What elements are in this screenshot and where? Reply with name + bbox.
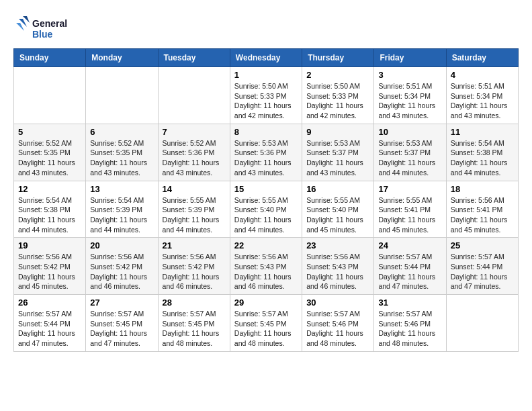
calendar-week-row: 12Sunrise: 5:54 AMSunset: 5:38 PMDayligh… (14, 181, 519, 238)
calendar-cell: 13Sunrise: 5:54 AMSunset: 5:39 PMDayligh… (86, 181, 158, 238)
calendar-cell: 7Sunrise: 5:52 AMSunset: 5:36 PMDaylight… (158, 124, 230, 181)
day-number: 29 (234, 298, 298, 308)
day-info: Sunrise: 5:50 AMSunset: 5:33 PMDaylight:… (306, 81, 369, 121)
calendar-cell: 3Sunrise: 5:51 AMSunset: 5:34 PMDaylight… (374, 67, 446, 124)
calendar-cell: 22Sunrise: 5:56 AMSunset: 5:43 PMDayligh… (230, 238, 302, 295)
day-info: Sunrise: 5:51 AMSunset: 5:34 PMDaylight:… (378, 81, 441, 121)
weekday-header-row: SundayMondayTuesdayWednesdayThursdayFrid… (14, 49, 519, 67)
day-number: 26 (18, 298, 81, 308)
day-number: 18 (451, 184, 514, 194)
day-info: Sunrise: 5:57 AMSunset: 5:44 PMDaylight:… (18, 309, 81, 349)
calendar-cell: 28Sunrise: 5:57 AMSunset: 5:45 PMDayligh… (158, 295, 230, 352)
calendar-cell: 10Sunrise: 5:53 AMSunset: 5:37 PMDayligh… (374, 124, 446, 181)
calendar-cell: 1Sunrise: 5:50 AMSunset: 5:33 PMDaylight… (230, 67, 302, 124)
calendar-cell: 12Sunrise: 5:54 AMSunset: 5:38 PMDayligh… (14, 181, 86, 238)
weekday-header: Tuesday (158, 49, 230, 67)
calendar-cell: 16Sunrise: 5:55 AMSunset: 5:40 PMDayligh… (302, 181, 374, 238)
day-info: Sunrise: 5:55 AMSunset: 5:39 PMDaylight:… (163, 195, 226, 235)
svg-text:General: General (32, 18, 67, 29)
svg-marker-4 (16, 23, 24, 31)
day-info: Sunrise: 5:52 AMSunset: 5:36 PMDaylight:… (163, 138, 226, 178)
day-info: Sunrise: 5:56 AMSunset: 5:42 PMDaylight:… (18, 252, 81, 291)
day-info: Sunrise: 5:57 AMSunset: 5:45 PMDaylight:… (90, 309, 153, 349)
day-number: 20 (90, 240, 153, 250)
day-number: 16 (306, 184, 369, 194)
calendar-cell: 30Sunrise: 5:57 AMSunset: 5:46 PMDayligh… (302, 295, 374, 352)
weekday-header: Wednesday (230, 49, 302, 67)
calendar-cell: 24Sunrise: 5:57 AMSunset: 5:44 PMDayligh… (374, 238, 446, 295)
calendar-week-row: 5Sunrise: 5:52 AMSunset: 5:35 PMDaylight… (14, 124, 519, 181)
day-info: Sunrise: 5:57 AMSunset: 5:44 PMDaylight:… (378, 252, 441, 291)
page-header: General Blue (13, 13, 519, 42)
day-info: Sunrise: 5:53 AMSunset: 5:37 PMDaylight:… (306, 138, 369, 178)
calendar-cell: 14Sunrise: 5:55 AMSunset: 5:39 PMDayligh… (158, 181, 230, 238)
calendar-cell: 5Sunrise: 5:52 AMSunset: 5:35 PMDaylight… (14, 124, 86, 181)
day-number: 30 (306, 298, 369, 308)
day-number: 10 (378, 127, 441, 137)
day-info: Sunrise: 5:56 AMSunset: 5:43 PMDaylight:… (234, 252, 298, 291)
day-info: Sunrise: 5:57 AMSunset: 5:45 PMDaylight:… (163, 309, 226, 349)
calendar-cell: 29Sunrise: 5:57 AMSunset: 5:45 PMDayligh… (230, 295, 302, 352)
weekday-header: Friday (374, 49, 446, 67)
weekday-header: Monday (86, 49, 158, 67)
calendar-cell (158, 67, 230, 124)
day-number: 5 (18, 127, 81, 137)
weekday-header: Thursday (302, 49, 374, 67)
day-number: 21 (163, 240, 226, 250)
calendar-table: SundayMondayTuesdayWednesdayThursdayFrid… (13, 48, 519, 352)
day-info: Sunrise: 5:52 AMSunset: 5:35 PMDaylight:… (90, 138, 153, 178)
day-number: 6 (90, 127, 153, 137)
calendar-cell: 17Sunrise: 5:55 AMSunset: 5:41 PMDayligh… (374, 181, 446, 238)
day-number: 4 (451, 70, 514, 80)
calendar-cell: 25Sunrise: 5:57 AMSunset: 5:44 PMDayligh… (446, 238, 518, 295)
day-info: Sunrise: 5:55 AMSunset: 5:40 PMDaylight:… (234, 195, 298, 235)
day-number: 31 (378, 298, 441, 308)
day-info: Sunrise: 5:56 AMSunset: 5:42 PMDaylight:… (90, 252, 153, 291)
day-info: Sunrise: 5:56 AMSunset: 5:42 PMDaylight:… (163, 252, 226, 291)
day-info: Sunrise: 5:53 AMSunset: 5:36 PMDaylight:… (234, 138, 298, 178)
calendar-cell: 15Sunrise: 5:55 AMSunset: 5:40 PMDayligh… (230, 181, 302, 238)
weekday-header: Saturday (446, 49, 518, 67)
day-info: Sunrise: 5:54 AMSunset: 5:39 PMDaylight:… (90, 195, 153, 235)
day-number: 7 (163, 127, 226, 137)
calendar-cell: 8Sunrise: 5:53 AMSunset: 5:36 PMDaylight… (230, 124, 302, 181)
calendar-cell (86, 67, 158, 124)
day-info: Sunrise: 5:50 AMSunset: 5:33 PMDaylight:… (234, 81, 298, 121)
calendar-week-row: 19Sunrise: 5:56 AMSunset: 5:42 PMDayligh… (14, 238, 519, 295)
day-number: 9 (306, 127, 369, 137)
day-number: 1 (234, 70, 298, 80)
day-info: Sunrise: 5:57 AMSunset: 5:44 PMDaylight:… (451, 252, 514, 291)
calendar-cell: 31Sunrise: 5:57 AMSunset: 5:46 PMDayligh… (374, 295, 446, 352)
day-number: 22 (234, 240, 298, 250)
day-info: Sunrise: 5:51 AMSunset: 5:34 PMDaylight:… (451, 81, 514, 121)
day-info: Sunrise: 5:55 AMSunset: 5:41 PMDaylight:… (378, 195, 441, 235)
day-number: 12 (18, 184, 81, 194)
calendar-cell: 4Sunrise: 5:51 AMSunset: 5:34 PMDaylight… (446, 67, 518, 124)
day-info: Sunrise: 5:57 AMSunset: 5:45 PMDaylight:… (234, 309, 298, 349)
day-number: 17 (378, 184, 441, 194)
calendar-cell: 23Sunrise: 5:56 AMSunset: 5:43 PMDayligh… (302, 238, 374, 295)
calendar-cell: 18Sunrise: 5:56 AMSunset: 5:41 PMDayligh… (446, 181, 518, 238)
day-number: 24 (378, 240, 441, 250)
day-number: 3 (378, 70, 441, 80)
day-number: 27 (90, 298, 153, 308)
calendar-cell (446, 295, 518, 352)
day-number: 28 (163, 298, 226, 308)
logo-svg: General Blue (13, 13, 74, 42)
day-number: 2 (306, 70, 369, 80)
day-number: 8 (234, 127, 298, 137)
logo: General Blue (13, 13, 74, 42)
calendar-cell: 20Sunrise: 5:56 AMSunset: 5:42 PMDayligh… (86, 238, 158, 295)
day-info: Sunrise: 5:57 AMSunset: 5:46 PMDaylight:… (378, 309, 441, 349)
calendar-cell: 6Sunrise: 5:52 AMSunset: 5:35 PMDaylight… (86, 124, 158, 181)
calendar-cell: 19Sunrise: 5:56 AMSunset: 5:42 PMDayligh… (14, 238, 86, 295)
day-info: Sunrise: 5:52 AMSunset: 5:35 PMDaylight:… (18, 138, 81, 178)
calendar-cell (14, 67, 86, 124)
calendar-cell: 2Sunrise: 5:50 AMSunset: 5:33 PMDaylight… (302, 67, 374, 124)
weekday-header: Sunday (14, 49, 86, 67)
day-info: Sunrise: 5:56 AMSunset: 5:41 PMDaylight:… (451, 195, 514, 235)
day-info: Sunrise: 5:54 AMSunset: 5:38 PMDaylight:… (451, 138, 514, 178)
day-info: Sunrise: 5:57 AMSunset: 5:46 PMDaylight:… (306, 309, 369, 349)
calendar-cell: 26Sunrise: 5:57 AMSunset: 5:44 PMDayligh… (14, 295, 86, 352)
calendar-week-row: 1Sunrise: 5:50 AMSunset: 5:33 PMDaylight… (14, 67, 519, 124)
